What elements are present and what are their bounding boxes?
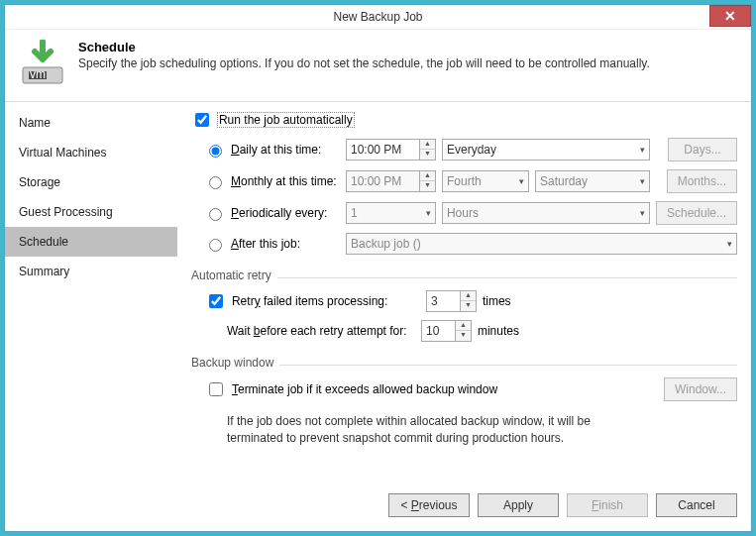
periodically-label: Periodically every: — [231, 206, 340, 220]
periodically-radio[interactable] — [209, 208, 222, 221]
periodic-value-select: 1 — [346, 202, 436, 224]
sidebar-item-schedule[interactable]: Schedule — [5, 227, 177, 257]
wait-minutes-spinner[interactable]: ▲▼ — [456, 320, 472, 342]
monthly-radio[interactable] — [209, 176, 222, 189]
sidebar-item-name[interactable]: Name — [5, 108, 177, 138]
monthly-time-spinner: ▲▼ — [420, 170, 436, 192]
sidebar-item-summary[interactable]: Summary — [5, 257, 177, 286]
daily-time-spinner[interactable]: ▲▼ — [420, 139, 436, 161]
sidebar: Name Virtual Machines Storage Guest Proc… — [5, 102, 177, 483]
apply-button[interactable]: Apply — [478, 493, 559, 517]
retry-checkbox[interactable] — [209, 294, 223, 308]
page-subtitle: Specify the job scheduling options. If y… — [78, 56, 650, 70]
sidebar-item-guest-processing[interactable]: Guest Processing — [5, 197, 177, 227]
sidebar-item-storage[interactable]: Storage — [5, 167, 177, 197]
body: Name Virtual Machines Storage Guest Proc… — [5, 101, 751, 483]
monthly-label: Monthly at this time: — [231, 174, 340, 188]
daily-label: Daily at this time: — [231, 143, 340, 157]
finish-button: Finish — [567, 493, 648, 517]
close-button[interactable]: ✕ — [709, 5, 751, 27]
schedule-icon: vm — [19, 40, 66, 87]
run-automatically-checkbox[interactable] — [195, 113, 209, 127]
periodic-unit-select: Hours — [442, 202, 650, 224]
monthly-day-select: Saturday — [535, 170, 650, 192]
backup-window-hint: If the job does not complete within allo… — [227, 413, 643, 447]
footer: < Previous Apply Finish Cancel — [5, 483, 751, 531]
svg-text:vm: vm — [30, 67, 46, 81]
cancel-button[interactable]: Cancel — [656, 493, 737, 517]
wait-label: Wait before each retry attempt for: — [227, 324, 415, 338]
monthly-ordinal-select: Fourth — [442, 170, 529, 192]
days-button: Days... — [668, 138, 737, 161]
window-title: New Backup Job — [333, 10, 422, 24]
after-job-radio[interactable] — [209, 239, 222, 252]
times-label: times — [483, 294, 511, 308]
after-job-select: Backup job () — [346, 233, 737, 255]
window-button: Window... — [664, 377, 737, 401]
run-automatically-label: Run the job automatically — [218, 113, 354, 127]
monthly-time-input — [346, 170, 420, 192]
terminate-label: Terminate job if it exceeds allowed back… — [232, 382, 497, 396]
retry-count-spinner[interactable]: ▲▼ — [461, 290, 477, 312]
automatic-retry-group: Automatic retry — [191, 268, 271, 282]
wait-minutes-input[interactable] — [421, 320, 456, 342]
page-title: Schedule — [78, 40, 650, 54]
content: Run the job automatically Daily at this … — [177, 102, 751, 483]
retry-count-input[interactable] — [426, 290, 461, 312]
schedule-button: Schedule... — [656, 201, 737, 225]
sidebar-item-virtual-machines[interactable]: Virtual Machines — [5, 138, 177, 167]
titlebar: New Backup Job ✕ — [5, 5, 751, 30]
retry-label: Retry failed items processing: — [232, 294, 420, 308]
daily-frequency-select[interactable]: Everyday — [442, 139, 650, 161]
terminate-checkbox[interactable] — [209, 382, 223, 396]
after-job-label: After this job: — [231, 237, 340, 251]
backup-window-group: Backup window — [191, 356, 273, 370]
header: vm Schedule Specify the job scheduling o… — [5, 30, 751, 101]
wizard-window: New Backup Job ✕ vm Schedule Specify the… — [4, 4, 752, 532]
daily-radio[interactable] — [209, 145, 222, 158]
months-button: Months... — [667, 169, 737, 193]
daily-time-input[interactable] — [346, 139, 420, 161]
previous-button[interactable]: < Previous — [388, 493, 470, 517]
minutes-label: minutes — [478, 324, 519, 338]
